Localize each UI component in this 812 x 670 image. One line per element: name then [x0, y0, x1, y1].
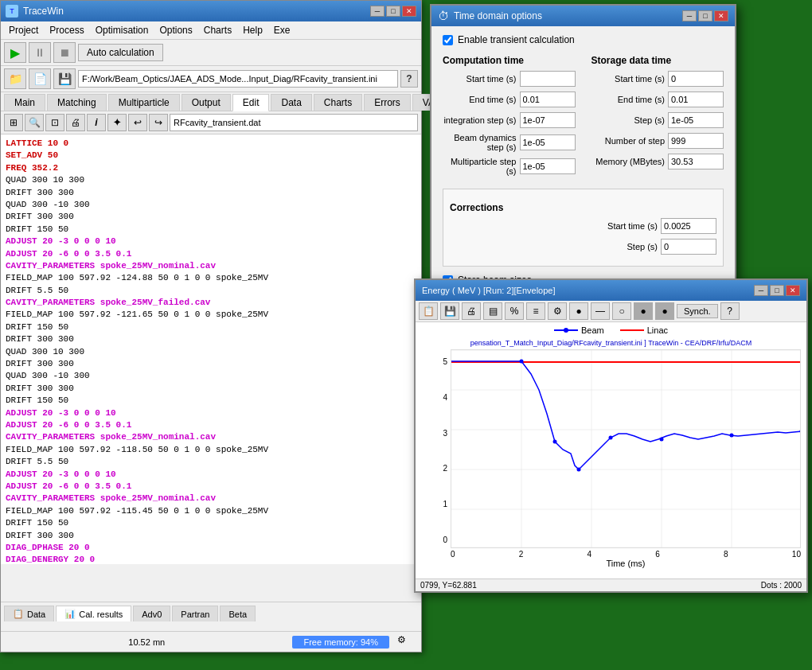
- dialog-minimize-button[interactable]: ─: [682, 10, 697, 21]
- chart-btn-percent[interactable]: %: [505, 302, 524, 320]
- edit-btn-print[interactable]: 🖨: [66, 114, 85, 131]
- stor-end-input[interactable]: [668, 92, 724, 107]
- chart-dots: Dots : 2000: [761, 581, 802, 590]
- help-button[interactable]: ?: [400, 70, 418, 88]
- edit-btn-bold[interactable]: ✦: [107, 114, 127, 131]
- code-line: DRIFT 150 50: [6, 224, 416, 236]
- chart-btn-minus[interactable]: —: [591, 302, 610, 320]
- main-toolbar: ▶ ⏸ ⏹ Auto calculation: [1, 40, 421, 66]
- chart-btn-gray2[interactable]: ●: [655, 302, 674, 320]
- stor-num-steps-input[interactable]: [668, 133, 724, 149]
- chart-btn-dot[interactable]: ●: [569, 302, 588, 320]
- code-line: ADJUST 20 -6 0 0 3.5 0.1: [6, 419, 416, 431]
- file-toolbar: 📁 📄 💾 ?: [1, 66, 421, 92]
- code-line: CAVITY_PARAMETERS spoke_25MV_nominal.cav: [6, 431, 416, 443]
- stor-step-input[interactable]: [668, 112, 724, 128]
- edit-btn-1[interactable]: ⊞: [4, 114, 23, 131]
- chart-help-button[interactable]: ?: [720, 302, 740, 320]
- tab-main[interactable]: Main: [4, 94, 45, 111]
- stop-button[interactable]: ⏹: [53, 42, 76, 63]
- chart-btn-settings[interactable]: ⚙: [548, 302, 567, 320]
- code-line: FIELD_MAP 100 597.92 -115.45 50 0 1 0 0 …: [6, 505, 416, 517]
- tab-charts[interactable]: Charts: [314, 94, 362, 111]
- close-button[interactable]: ✕: [402, 6, 416, 17]
- comp-beam-dynamics-input[interactable]: [520, 134, 576, 150]
- code-line: DRIFT 150 50: [6, 517, 416, 529]
- comp-end-input[interactable]: [520, 92, 576, 107]
- comp-start-input[interactable]: [520, 71, 576, 87]
- save-file-button[interactable]: 💾: [53, 68, 76, 89]
- chart-minimize-button[interactable]: ─: [754, 285, 768, 296]
- menu-project[interactable]: Project: [4, 23, 43, 37]
- bottom-tab-data[interactable]: 📋 Data: [4, 606, 54, 621]
- tracewin-icon: T: [6, 5, 18, 18]
- corr-step-row: Step (s): [450, 239, 716, 255]
- open-file-button[interactable]: 📁: [4, 68, 26, 89]
- tab-errors[interactable]: Errors: [364, 94, 411, 111]
- svg-point-1: [564, 328, 568, 333]
- corr-step-input[interactable]: [661, 239, 716, 255]
- code-line: QUAD 300 -10 300: [6, 370, 416, 382]
- chart-btn-4[interactable]: ▤: [483, 302, 502, 320]
- enable-transient-row: Enable transient calculation: [443, 34, 724, 45]
- menu-charts[interactable]: Charts: [199, 23, 236, 37]
- chart-close-button[interactable]: ✕: [786, 285, 800, 296]
- bottom-tab-partran[interactable]: Partran: [172, 606, 218, 621]
- stor-end-row: End time (s): [591, 92, 724, 107]
- menu-help[interactable]: Help: [238, 23, 267, 37]
- dialog-close-button[interactable]: ✕: [714, 10, 728, 21]
- maximize-button[interactable]: □: [386, 6, 400, 17]
- code-line: CAVITY_PARAMETERS spoke_25MV_nominal.cav: [6, 493, 416, 504]
- tab-matching[interactable]: Matching: [47, 94, 107, 111]
- bottom-tab-cal-results[interactable]: 📊 Cal. results: [56, 606, 131, 621]
- file-path-input[interactable]: [78, 70, 398, 88]
- minimize-button[interactable]: ─: [370, 6, 385, 17]
- stor-start-input[interactable]: [668, 71, 724, 87]
- chart-restore-button[interactable]: □: [770, 285, 784, 296]
- pause-button[interactable]: ⏸: [29, 42, 51, 63]
- chart-btn-gray[interactable]: ●: [634, 302, 653, 320]
- stor-memory-input[interactable]: [668, 154, 724, 169]
- enable-transient-checkbox[interactable]: [443, 35, 453, 45]
- legend-beam-label: Beam: [581, 325, 604, 335]
- code-editor[interactable]: LATTICE 10 0SET_ADV 50FREQ 352.2QUAD 300…: [1, 134, 421, 564]
- menu-optimisation[interactable]: Optimisation: [91, 23, 154, 37]
- play-button[interactable]: ▶: [4, 42, 26, 63]
- corr-start-input[interactable]: [661, 218, 716, 234]
- comp-beam-dynamics-row: Beam dynamics step (s): [443, 133, 576, 152]
- edit-btn-undo[interactable]: ↩: [128, 114, 147, 131]
- chart-statusbar: 0799, Y=62.881 Dots : 2000: [416, 578, 806, 591]
- edit-btn-search[interactable]: 🔍: [25, 114, 44, 131]
- dialog-controls: ─ □ ✕: [682, 10, 728, 21]
- chart-btn-1[interactable]: 📋: [419, 302, 438, 320]
- code-line: ADJUST 20 -3 0 0 0 10: [6, 236, 416, 247]
- edit-btn-redo[interactable]: ↪: [149, 114, 168, 131]
- chart-btn-3[interactable]: 🖨: [462, 302, 481, 320]
- status-time: 10.52 mn: [9, 637, 284, 647]
- auto-calc-button[interactable]: Auto calculation: [78, 44, 163, 61]
- menu-options[interactable]: Options: [154, 23, 197, 37]
- bottom-tab-beta[interactable]: Beta: [220, 606, 256, 621]
- menu-process[interactable]: Process: [45, 23, 88, 37]
- menu-exe[interactable]: Exe: [269, 23, 295, 37]
- chart-btn-5[interactable]: ≡: [526, 302, 545, 320]
- tab-data[interactable]: Data: [271, 94, 311, 111]
- chart-synch-button[interactable]: Synch.: [677, 304, 718, 318]
- dialog-maximize-button[interactable]: □: [698, 10, 712, 21]
- code-line: DRIFT 5.5 50: [6, 456, 416, 468]
- tab-output[interactable]: Output: [182, 94, 231, 111]
- chart-btn-2[interactable]: 💾: [440, 302, 459, 320]
- comp-integration-input[interactable]: [520, 112, 576, 128]
- bottom-tab-adv0[interactable]: Adv0: [133, 606, 170, 621]
- code-line: DRIFT 300 300: [6, 187, 416, 199]
- code-line: QUAD 300 10 300: [6, 174, 416, 186]
- tab-edit[interactable]: Edit: [232, 94, 270, 111]
- chart-btn-circle[interactable]: ○: [612, 302, 631, 320]
- new-file-button[interactable]: 📄: [29, 68, 51, 89]
- y-label-3: 3: [443, 429, 447, 438]
- comp-multiparticle-input[interactable]: [520, 158, 576, 174]
- edit-btn-italic[interactable]: i: [87, 114, 106, 131]
- tab-multiparticle[interactable]: Multiparticle: [108, 94, 180, 111]
- edit-btn-3[interactable]: ⊡: [45, 114, 64, 131]
- chart-titlebar: Energy ( MeV ) [Run: 2][Envelope] ─ □ ✕: [416, 280, 806, 301]
